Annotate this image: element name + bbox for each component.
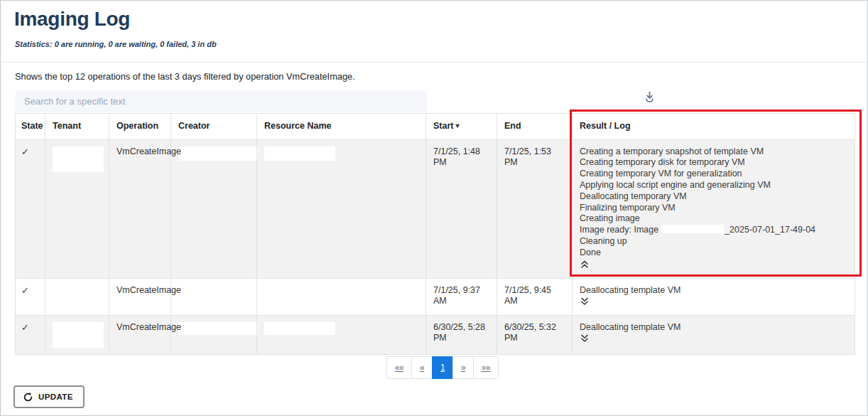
pagination-prev-button[interactable]: « (411, 356, 433, 379)
update-button-label: UPDATE (38, 393, 73, 401)
operation-cell: VmCreateImage (109, 278, 171, 315)
log-line: Applying local script engine and general… (580, 180, 847, 191)
search-input[interactable] (15, 90, 428, 112)
pagination-next-button[interactable]: » (452, 356, 474, 379)
statistics-line: Statistics: 0 are running, 0 are waiting… (15, 40, 217, 48)
tenant-cell (45, 139, 109, 278)
column-header-creator[interactable]: Creator (171, 114, 257, 140)
column-header-resource-name[interactable]: Resource Name (257, 114, 426, 140)
result-log-cell: Deallocating template VM (573, 315, 855, 354)
start-cell: 7/1/25, 1:48 PM (426, 139, 497, 278)
column-header-result-log[interactable]: Result / Log (573, 114, 855, 140)
column-header-end[interactable]: End (497, 114, 573, 140)
log-line: Creating image (580, 213, 847, 225)
header-divider (1, 62, 867, 63)
column-header-state[interactable]: State (16, 114, 45, 140)
caret-down-icon: ▾ (455, 122, 459, 131)
table-row: ✓ VmCreateImage 7/1/25, 1:48 PM 7/1/25, … (16, 139, 855, 278)
double-chevron-down-icon (580, 297, 590, 308)
redacted-creator (178, 322, 258, 335)
end-cell: 7/1/25, 9:45 AM (497, 278, 573, 315)
creator-cell (171, 139, 257, 278)
expand-log-button[interactable] (580, 296, 590, 308)
redacted-tenant (53, 322, 104, 348)
table-row: ✓ VmCreateImage 7/1/25, 9:37 AM 7/1/25, … (16, 278, 855, 315)
table-header-row: State Tenant Operation Creator Resource … (16, 114, 855, 140)
log-line: Creating a temporary snapshot of templat… (580, 146, 847, 158)
result-log-cell: Deallocating template VM (573, 278, 855, 315)
log-line-image-ready: Image ready: Image_2025-07-01_17-49-04 (580, 225, 847, 236)
table-row: ✓ VmCreateImage 6/30/25, 5:28 PM 6/30/25… (16, 315, 855, 354)
expand-log-button[interactable] (580, 333, 590, 345)
end-cell: 7/1/25, 1:53 PM (497, 139, 573, 278)
pagination: «« « 1 » »» (386, 356, 499, 379)
download-button[interactable] (641, 90, 658, 106)
log-line: Creating temporary VM for generalization (580, 169, 847, 180)
page-title: Imaging Log (14, 8, 130, 31)
redacted-creator (178, 146, 258, 161)
redacted-resource-name (264, 322, 335, 335)
operation-cell: VmCreateImage (109, 139, 171, 278)
double-chevron-up-icon (580, 260, 590, 271)
resource-name-cell (257, 139, 426, 278)
double-chevron-down-icon (580, 334, 590, 345)
table-description: Shows the top 12 operations of the last … (15, 71, 355, 82)
pagination-page-1[interactable]: 1 (432, 356, 453, 379)
log-line: Creating temporary disk for temporary VM (580, 157, 847, 169)
column-header-tenant[interactable]: Tenant (45, 114, 109, 140)
tenant-cell (45, 315, 109, 354)
column-header-start[interactable]: Start▾ (426, 114, 497, 140)
log-line: Cleaning up (580, 236, 847, 247)
operations-table: State Tenant Operation Creator Resource … (15, 113, 855, 355)
log-line: Done (580, 247, 847, 259)
update-button[interactable]: UPDATE (13, 385, 85, 408)
collapse-log-button[interactable] (580, 259, 590, 271)
check-icon: ✓ (21, 146, 29, 157)
redacted-tenant (53, 146, 104, 172)
column-header-operation[interactable]: Operation (109, 114, 171, 140)
pagination-first-button[interactable]: «« (386, 356, 412, 379)
creator-cell (171, 315, 257, 354)
pagination-last-button[interactable]: »» (473, 356, 499, 379)
download-icon (643, 95, 656, 106)
start-cell: 6/30/25, 5:28 PM (426, 315, 497, 354)
refresh-icon (23, 392, 33, 402)
creator-cell (171, 278, 257, 315)
operation-cell: VmCreateImage (109, 315, 171, 354)
log-line: Deallocating template VM (580, 322, 847, 334)
tenant-cell (45, 278, 109, 315)
resource-name-cell (257, 315, 426, 354)
result-log-cell: Creating a temporary snapshot of templat… (573, 139, 855, 278)
check-icon: ✓ (21, 285, 29, 296)
redacted-image-name (661, 225, 724, 233)
check-icon: ✓ (21, 322, 29, 333)
log-line: Deallocating temporary VM (580, 191, 847, 203)
redacted-resource-name (264, 146, 335, 161)
log-line: Finalizing temporary VM (580, 203, 847, 214)
log-line: Deallocating template VM (580, 285, 847, 297)
start-cell: 7/1/25, 9:37 AM (426, 278, 497, 315)
resource-name-cell (257, 278, 426, 315)
end-cell: 6/30/25, 5:32 PM (497, 315, 573, 354)
imaging-log-page: Imaging Log Statistics: 0 are running, 0… (0, 0, 868, 416)
